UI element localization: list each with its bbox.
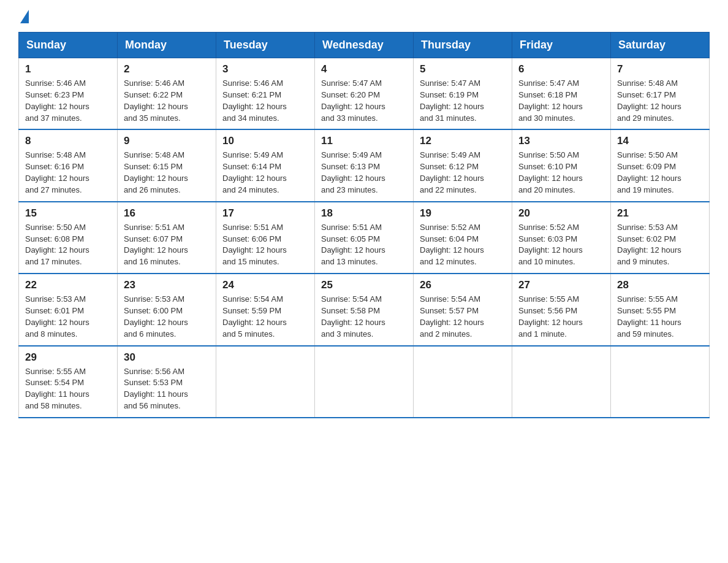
- day-info: Sunrise: 5:53 AMSunset: 6:02 PMDaylight:…: [617, 222, 703, 268]
- day-info: Sunrise: 5:50 AMSunset: 6:08 PMDaylight:…: [25, 222, 111, 268]
- day-info: Sunrise: 5:51 AMSunset: 6:07 PMDaylight:…: [124, 222, 210, 268]
- day-info: Sunrise: 5:48 AMSunset: 6:16 PMDaylight:…: [25, 150, 111, 196]
- weekday-header-saturday: Saturday: [611, 33, 710, 58]
- weekday-header-tuesday: Tuesday: [216, 33, 315, 58]
- day-info: Sunrise: 5:49 AMSunset: 6:13 PMDaylight:…: [321, 150, 407, 196]
- calendar-cell: 8Sunrise: 5:48 AMSunset: 6:16 PMDaylight…: [19, 129, 118, 201]
- day-info: Sunrise: 5:46 AMSunset: 6:22 PMDaylight:…: [124, 78, 210, 124]
- calendar-cell: 23Sunrise: 5:53 AMSunset: 6:00 PMDayligh…: [118, 274, 216, 345]
- day-number: 24: [222, 279, 308, 291]
- calendar-cell: 1Sunrise: 5:46 AMSunset: 6:23 PMDaylight…: [19, 58, 118, 130]
- calendar-cell: 24Sunrise: 5:54 AMSunset: 5:59 PMDayligh…: [216, 274, 315, 345]
- day-number: 29: [25, 351, 111, 364]
- day-info: Sunrise: 5:47 AMSunset: 6:20 PMDaylight:…: [321, 78, 407, 124]
- day-number: 16: [124, 207, 210, 220]
- day-info: Sunrise: 5:52 AMSunset: 6:04 PMDaylight:…: [420, 222, 506, 268]
- calendar-cell: 15Sunrise: 5:50 AMSunset: 6:08 PMDayligh…: [19, 202, 118, 274]
- calendar-week-row: 8Sunrise: 5:48 AMSunset: 6:16 PMDaylight…: [19, 129, 710, 201]
- day-number: 8: [25, 135, 111, 147]
- calendar-cell: 29Sunrise: 5:55 AMSunset: 5:54 PMDayligh…: [19, 346, 118, 418]
- calendar-cell: 26Sunrise: 5:54 AMSunset: 5:57 PMDayligh…: [414, 274, 512, 345]
- calendar-cell: 30Sunrise: 5:56 AMSunset: 5:53 PMDayligh…: [118, 346, 216, 418]
- day-number: 30: [124, 351, 210, 364]
- calendar-cell: 27Sunrise: 5:55 AMSunset: 5:56 PMDayligh…: [512, 274, 611, 345]
- calendar-cell: 5Sunrise: 5:47 AMSunset: 6:19 PMDaylight…: [414, 58, 512, 130]
- calendar-cell: 6Sunrise: 5:47 AMSunset: 6:18 PMDaylight…: [512, 58, 611, 130]
- calendar-cell: 17Sunrise: 5:51 AMSunset: 6:06 PMDayligh…: [216, 202, 315, 274]
- calendar-cell: 2Sunrise: 5:46 AMSunset: 6:22 PMDaylight…: [118, 58, 216, 130]
- day-info: Sunrise: 5:55 AMSunset: 5:54 PMDaylight:…: [25, 366, 111, 412]
- day-info: Sunrise: 5:50 AMSunset: 6:10 PMDaylight:…: [518, 150, 604, 196]
- calendar-cell: 21Sunrise: 5:53 AMSunset: 6:02 PMDayligh…: [611, 202, 710, 274]
- day-number: 1: [25, 63, 111, 75]
- day-number: 26: [420, 279, 506, 291]
- weekday-header-row: SundayMondayTuesdayWednesdayThursdayFrid…: [19, 33, 710, 58]
- calendar-cell: 28Sunrise: 5:55 AMSunset: 5:55 PMDayligh…: [611, 274, 710, 345]
- day-info: Sunrise: 5:56 AMSunset: 5:53 PMDaylight:…: [124, 366, 210, 412]
- calendar-cell: 19Sunrise: 5:52 AMSunset: 6:04 PMDayligh…: [414, 202, 512, 274]
- day-number: 10: [222, 135, 308, 147]
- day-number: 27: [518, 279, 604, 291]
- day-number: 20: [518, 207, 604, 220]
- day-info: Sunrise: 5:51 AMSunset: 6:06 PMDaylight:…: [222, 222, 308, 268]
- page-header: [18, 12, 710, 21]
- day-info: Sunrise: 5:47 AMSunset: 6:18 PMDaylight:…: [518, 78, 604, 124]
- calendar-cell: [315, 346, 414, 418]
- calendar-cell: [611, 346, 710, 418]
- calendar-cell: 22Sunrise: 5:53 AMSunset: 6:01 PMDayligh…: [19, 274, 118, 345]
- calendar-cell: 4Sunrise: 5:47 AMSunset: 6:20 PMDaylight…: [315, 58, 414, 130]
- day-number: 3: [222, 63, 308, 75]
- day-info: Sunrise: 5:55 AMSunset: 5:56 PMDaylight:…: [518, 294, 604, 340]
- day-number: 25: [321, 279, 407, 291]
- day-number: 21: [617, 207, 703, 220]
- calendar-week-row: 22Sunrise: 5:53 AMSunset: 6:01 PMDayligh…: [19, 274, 710, 345]
- day-info: Sunrise: 5:49 AMSunset: 6:14 PMDaylight:…: [222, 150, 308, 196]
- weekday-header-thursday: Thursday: [414, 33, 512, 58]
- day-info: Sunrise: 5:53 AMSunset: 6:00 PMDaylight:…: [124, 294, 210, 340]
- calendar-cell: [512, 346, 611, 418]
- day-info: Sunrise: 5:46 AMSunset: 6:21 PMDaylight:…: [222, 78, 308, 124]
- day-info: Sunrise: 5:49 AMSunset: 6:12 PMDaylight:…: [420, 150, 506, 196]
- calendar-week-row: 1Sunrise: 5:46 AMSunset: 6:23 PMDaylight…: [19, 58, 710, 130]
- weekday-header-friday: Friday: [512, 33, 611, 58]
- calendar-cell: 12Sunrise: 5:49 AMSunset: 6:12 PMDayligh…: [414, 129, 512, 201]
- day-number: 28: [617, 279, 703, 291]
- calendar-cell: 25Sunrise: 5:54 AMSunset: 5:58 PMDayligh…: [315, 274, 414, 345]
- calendar-cell: 13Sunrise: 5:50 AMSunset: 6:10 PMDayligh…: [512, 129, 611, 201]
- day-info: Sunrise: 5:47 AMSunset: 6:19 PMDaylight:…: [420, 78, 506, 124]
- day-info: Sunrise: 5:48 AMSunset: 6:17 PMDaylight:…: [617, 78, 703, 124]
- weekday-header-wednesday: Wednesday: [315, 33, 414, 58]
- calendar-cell: 18Sunrise: 5:51 AMSunset: 6:05 PMDayligh…: [315, 202, 414, 274]
- calendar-week-row: 29Sunrise: 5:55 AMSunset: 5:54 PMDayligh…: [19, 346, 710, 418]
- calendar-cell: 11Sunrise: 5:49 AMSunset: 6:13 PMDayligh…: [315, 129, 414, 201]
- calendar-cell: [216, 346, 315, 418]
- day-number: 14: [617, 135, 703, 147]
- calendar-cell: 20Sunrise: 5:52 AMSunset: 6:03 PMDayligh…: [512, 202, 611, 274]
- logo: [18, 12, 30, 21]
- calendar-cell: 10Sunrise: 5:49 AMSunset: 6:14 PMDayligh…: [216, 129, 315, 201]
- day-number: 23: [124, 279, 210, 291]
- weekday-header-monday: Monday: [118, 33, 216, 58]
- calendar-cell: 7Sunrise: 5:48 AMSunset: 6:17 PMDaylight…: [611, 58, 710, 130]
- day-number: 2: [124, 63, 210, 75]
- day-info: Sunrise: 5:46 AMSunset: 6:23 PMDaylight:…: [25, 78, 111, 124]
- day-number: 12: [420, 135, 506, 147]
- day-number: 4: [321, 63, 407, 75]
- day-info: Sunrise: 5:54 AMSunset: 5:58 PMDaylight:…: [321, 294, 407, 340]
- calendar-cell: 3Sunrise: 5:46 AMSunset: 6:21 PMDaylight…: [216, 58, 315, 130]
- day-number: 19: [420, 207, 506, 220]
- calendar-cell: 14Sunrise: 5:50 AMSunset: 6:09 PMDayligh…: [611, 129, 710, 201]
- day-number: 15: [25, 207, 111, 220]
- weekday-header-sunday: Sunday: [19, 33, 118, 58]
- day-info: Sunrise: 5:53 AMSunset: 6:01 PMDaylight:…: [25, 294, 111, 340]
- day-info: Sunrise: 5:52 AMSunset: 6:03 PMDaylight:…: [518, 222, 604, 268]
- day-number: 5: [420, 63, 506, 75]
- day-number: 18: [321, 207, 407, 220]
- day-number: 11: [321, 135, 407, 147]
- day-number: 13: [518, 135, 604, 147]
- day-info: Sunrise: 5:54 AMSunset: 5:57 PMDaylight:…: [420, 294, 506, 340]
- calendar-table: SundayMondayTuesdayWednesdayThursdayFrid…: [18, 32, 710, 418]
- day-info: Sunrise: 5:50 AMSunset: 6:09 PMDaylight:…: [617, 150, 703, 196]
- day-number: 7: [617, 63, 703, 75]
- calendar-cell: 9Sunrise: 5:48 AMSunset: 6:15 PMDaylight…: [118, 129, 216, 201]
